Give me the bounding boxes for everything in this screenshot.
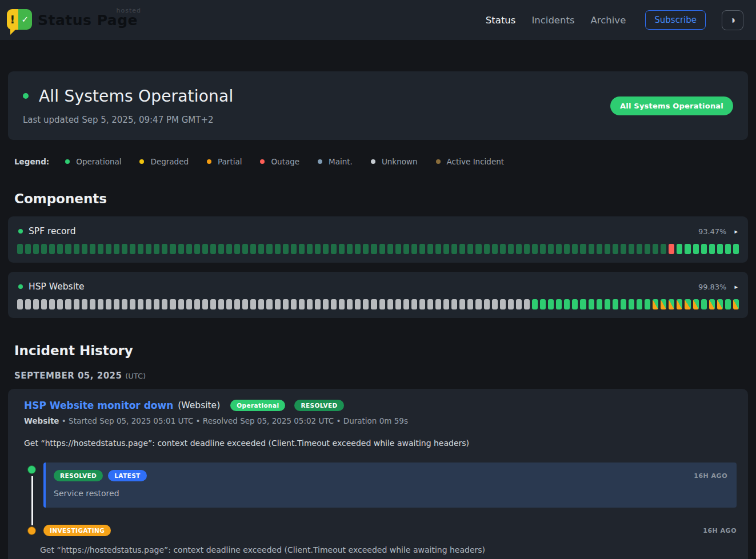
incident-title-link[interactable]: HSP Website monitor down [24, 400, 173, 411]
uptime-day-bar[interactable] [492, 299, 498, 309]
uptime-day-bar[interactable] [645, 244, 650, 254]
uptime-day-bar[interactable] [653, 244, 658, 254]
uptime-day-bar[interactable] [138, 299, 143, 309]
uptime-day-bar[interactable] [403, 299, 409, 309]
uptime-day-bar[interactable] [500, 299, 506, 309]
uptime-day-bar[interactable] [283, 244, 289, 254]
uptime-day-bar[interactable] [138, 244, 143, 254]
uptime-day-bar[interactable] [299, 244, 305, 254]
uptime-day-bar[interactable] [170, 299, 175, 309]
uptime-day-bar[interactable] [524, 299, 530, 309]
uptime-day-bar[interactable] [291, 244, 297, 254]
uptime-day-bar[interactable] [508, 299, 514, 309]
uptime-day-bar[interactable] [685, 244, 690, 254]
uptime-day-bar[interactable] [41, 244, 47, 254]
uptime-day-bar[interactable] [339, 299, 345, 309]
uptime-day-bar[interactable] [540, 244, 546, 254]
uptime-day-bar[interactable] [234, 299, 240, 309]
uptime-day-bar[interactable] [82, 244, 87, 254]
uptime-day-bar[interactable] [693, 299, 699, 309]
uptime-day-bar[interactable] [210, 244, 216, 254]
uptime-day-bar[interactable] [524, 244, 530, 254]
nav-archive[interactable]: Archive [591, 15, 626, 26]
uptime-day-bar[interactable] [355, 299, 361, 309]
uptime-day-bar[interactable] [106, 244, 111, 254]
uptime-day-bar[interactable] [572, 244, 578, 254]
uptime-day-bar[interactable] [701, 299, 707, 309]
uptime-day-bar[interactable] [49, 299, 55, 309]
uptime-day-bar[interactable] [564, 244, 570, 254]
uptime-day-bar[interactable] [717, 244, 723, 254]
uptime-day-bar[interactable] [532, 244, 538, 254]
uptime-day-bar[interactable] [33, 244, 39, 254]
uptime-day-bar[interactable] [661, 244, 666, 254]
uptime-day-bar[interactable] [443, 244, 449, 254]
uptime-day-bar[interactable] [475, 244, 481, 254]
uptime-day-bar[interactable] [459, 299, 465, 309]
uptime-day-bar[interactable] [733, 244, 739, 254]
expand-arrow-icon[interactable]: ▸ [734, 283, 738, 291]
uptime-day-bar[interactable] [387, 299, 393, 309]
uptime-day-bar[interactable] [49, 244, 55, 254]
uptime-day-bar[interactable] [170, 244, 175, 254]
uptime-day-bar[interactable] [556, 244, 562, 254]
uptime-day-bar[interactable] [130, 244, 135, 254]
uptime-day-bar[interactable] [98, 244, 103, 254]
uptime-day-bar[interactable] [347, 299, 353, 309]
uptime-day-bar[interactable] [411, 244, 417, 254]
uptime-day-bar[interactable] [733, 299, 739, 309]
uptime-day-bar[interactable] [178, 244, 184, 254]
uptime-day-bar[interactable] [637, 244, 642, 254]
uptime-day-bar[interactable] [33, 299, 39, 309]
uptime-day-bar[interactable] [443, 299, 449, 309]
uptime-day-bar[interactable] [709, 244, 715, 254]
uptime-day-bar[interactable] [597, 244, 602, 254]
uptime-day-bar[interactable] [379, 299, 385, 309]
uptime-day-bar[interactable] [725, 299, 731, 309]
uptime-day-bar[interactable] [371, 244, 377, 254]
uptime-day-bar[interactable] [645, 299, 650, 309]
uptime-day-bar[interactable] [339, 244, 345, 254]
uptime-day-bar[interactable] [613, 299, 618, 309]
uptime-day-bar[interactable] [395, 244, 401, 254]
uptime-day-bar[interactable] [548, 299, 554, 309]
uptime-day-bar[interactable] [266, 244, 272, 254]
uptime-day-bar[interactable] [275, 299, 281, 309]
uptime-day-bar[interactable] [194, 299, 200, 309]
component-header[interactable]: HSP Website 99.83% ▸ [17, 279, 739, 292]
uptime-day-bar[interactable] [154, 299, 159, 309]
uptime-day-bar[interactable] [419, 299, 425, 309]
uptime-day-bar[interactable] [307, 244, 313, 254]
uptime-day-bar[interactable] [162, 299, 167, 309]
uptime-day-bar[interactable] [500, 244, 506, 254]
uptime-day-bar[interactable] [186, 244, 192, 254]
uptime-day-bar[interactable] [315, 299, 321, 309]
uptime-day-bar[interactable] [202, 299, 208, 309]
uptime-day-bar[interactable] [475, 299, 481, 309]
uptime-day-bar[interactable] [371, 299, 377, 309]
uptime-day-bar[interactable] [299, 299, 305, 309]
uptime-day-bar[interactable] [653, 299, 658, 309]
uptime-day-bar[interactable] [717, 299, 723, 309]
uptime-day-bar[interactable] [589, 244, 594, 254]
uptime-day-bar[interactable] [234, 244, 240, 254]
uptime-day-bar[interactable] [427, 244, 433, 254]
uptime-day-bar[interactable] [41, 299, 47, 309]
uptime-day-bar[interactable] [532, 299, 538, 309]
uptime-day-bar[interactable] [637, 299, 642, 309]
uptime-day-bar[interactable] [395, 299, 401, 309]
uptime-day-bar[interactable] [467, 299, 473, 309]
uptime-day-bar[interactable] [427, 299, 433, 309]
subscribe-button[interactable]: Subscribe [645, 10, 706, 30]
uptime-day-bar[interactable] [74, 299, 79, 309]
uptime-day-bar[interactable] [572, 299, 578, 309]
uptime-day-bar[interactable] [459, 244, 465, 254]
uptime-day-bar[interactable] [379, 244, 385, 254]
uptime-day-bar[interactable] [106, 299, 111, 309]
uptime-day-bar[interactable] [580, 244, 586, 254]
uptime-day-bar[interactable] [74, 244, 79, 254]
uptime-day-bar[interactable] [363, 244, 369, 254]
uptime-day-bar[interactable] [331, 299, 337, 309]
uptime-day-bar[interactable] [331, 244, 337, 254]
uptime-day-bar[interactable] [275, 244, 281, 254]
